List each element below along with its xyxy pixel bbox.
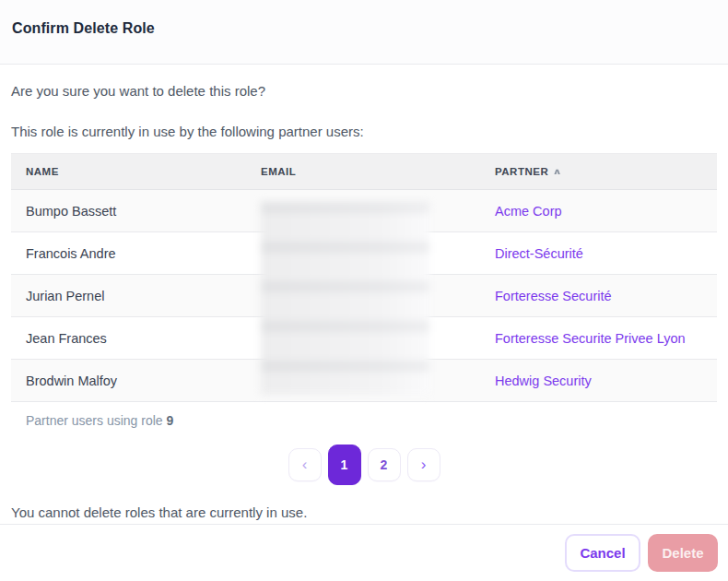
partner-link[interactable]: Acme Corp — [495, 204, 562, 219]
chevron-right-icon: › — [421, 456, 427, 474]
user-name-cell: Jurian Pernel — [11, 289, 246, 303]
partner-cell: Forteresse Securité — [480, 289, 717, 303]
partner-cell: Acme Corp — [480, 204, 717, 219]
dialog-footer: Cancel Delete — [0, 524, 728, 581]
partner-link[interactable]: Hedwig Security — [495, 374, 592, 388]
column-header-partner[interactable]: PARTNER ∧ — [480, 166, 717, 177]
dialog-title: Confirm Delete Role — [12, 20, 716, 37]
table-row: Brodwin Malfoy Hedwig Security — [11, 360, 717, 402]
delete-button[interactable]: Delete — [648, 534, 718, 572]
confirm-delete-role-dialog: Confirm Delete Role Are you sure you wan… — [0, 0, 728, 581]
column-header-email[interactable]: EMAIL — [246, 166, 480, 177]
partner-users-count-note: Partner users using role 9 — [11, 402, 717, 430]
pagination-page-1-button[interactable]: 1 — [328, 445, 361, 485]
pagination-next-button[interactable]: › — [407, 448, 440, 481]
sort-ascending-icon: ∧ — [553, 167, 563, 176]
table-row: Jean Frances Forteresse Securite Privee … — [11, 317, 717, 360]
dialog-header: Confirm Delete Role — [0, 0, 728, 65]
confirm-question-text: Are you sure you want to delete this rol… — [11, 83, 717, 99]
partner-link[interactable]: Forteresse Securite Privee Lyon — [495, 331, 686, 346]
user-name-cell: Brodwin Malfoy — [11, 374, 246, 388]
user-name-cell: Bumpo Bassett — [11, 204, 246, 219]
partner-cell: Hedwig Security — [480, 374, 717, 388]
pagination-prev-button[interactable]: ‹ — [288, 448, 322, 481]
table-header-row: NAME EMAIL PARTNER ∧ — [11, 153, 717, 190]
cancel-button[interactable]: Cancel — [565, 534, 640, 572]
chevron-left-icon: ‹ — [302, 456, 308, 474]
user-name-cell: Francois Andre — [11, 246, 246, 261]
pagination: ‹ 1 2 › — [11, 445, 717, 485]
in-use-intro-text: This role is currently in use by the fol… — [11, 124, 717, 139]
partner-link[interactable]: Direct-Sécurité — [495, 246, 583, 261]
table-row: Bumpo Bassett Acme Corp — [11, 190, 717, 232]
table-row: Francois Andre Direct-Sécurité — [11, 232, 717, 275]
partner-cell: Forteresse Securite Privee Lyon — [480, 331, 717, 346]
cannot-delete-text: You cannot delete roles that are current… — [11, 504, 717, 520]
pagination-page-2-button[interactable]: 2 — [368, 448, 401, 481]
dialog-body: Are you sure you want to delete this rol… — [0, 65, 728, 524]
partner-users-table: NAME EMAIL PARTNER ∧ Bumpo Bassett Acme … — [11, 153, 717, 430]
partner-link[interactable]: Forteresse Securité — [495, 289, 612, 303]
table-row: Jurian Pernel Forteresse Securité — [11, 275, 717, 317]
partner-cell: Direct-Sécurité — [480, 246, 717, 261]
user-name-cell: Jean Frances — [11, 331, 246, 346]
column-header-name[interactable]: NAME — [11, 166, 246, 177]
partner-users-count: 9 — [167, 413, 174, 428]
